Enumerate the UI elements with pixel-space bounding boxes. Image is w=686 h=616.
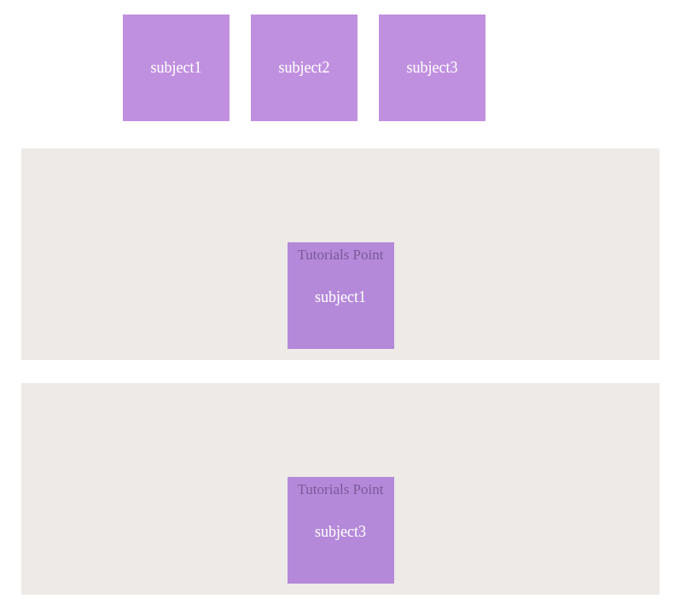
featured-card-label: subject3 (315, 498, 366, 584)
panel-1: Tutorials Point subject1 (21, 148, 660, 360)
featured-card-title: Tutorials Point (288, 477, 394, 498)
subject-card-row: subject1 subject2 subject3 (123, 15, 665, 121)
subject-card-label: subject1 (151, 59, 202, 77)
subject-card-2: subject2 (251, 15, 358, 121)
featured-card-1: Tutorials Point subject1 (288, 242, 394, 349)
subject-card-1: subject1 (123, 15, 230, 121)
subject-card-3: subject3 (379, 15, 485, 121)
featured-card-label: subject1 (315, 264, 366, 349)
featured-card-2: Tutorials Point subject3 (288, 477, 394, 584)
subject-card-label: subject3 (407, 59, 458, 77)
panel-2: Tutorials Point subject3 (21, 383, 660, 595)
subject-card-label: subject2 (279, 59, 330, 77)
featured-card-title: Tutorials Point (288, 242, 394, 264)
